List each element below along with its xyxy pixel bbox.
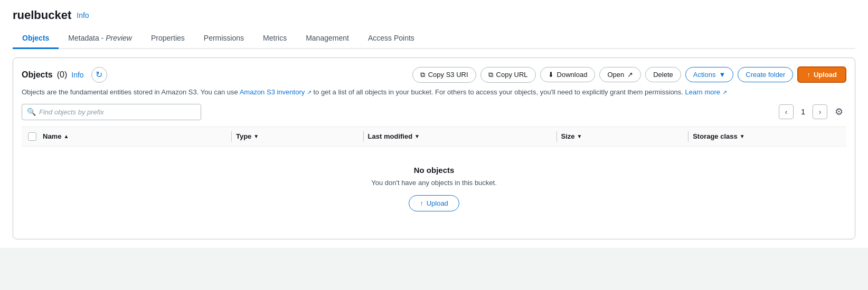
empty-upload-icon: ↑ [420, 199, 423, 207]
empty-state: No objects You don't have any objects in… [22, 147, 846, 230]
table-header: Name ▲ Type ▼ Last modified ▼ Size ▼ Sto… [22, 127, 846, 147]
download-icon: ⬇ [548, 71, 554, 79]
storage-sort-icon: ▼ [740, 133, 745, 139]
col-header-name[interactable]: Name ▲ [43, 132, 227, 140]
empty-state-description: You don't have any objects in this bucke… [371, 179, 497, 187]
tab-management[interactable]: Management [296, 28, 358, 49]
chevron-right-icon: › [819, 108, 822, 116]
action-buttons-group: ⧉ Copy S3 URI ⧉ Copy URL ⬇ Download Open… [412, 66, 846, 83]
col-header-type[interactable]: Type ▼ [236, 132, 359, 140]
copy-s3-uri-button[interactable]: ⧉ Copy S3 URI [412, 67, 476, 83]
refresh-button[interactable]: ↻ [91, 67, 107, 83]
page-number: 1 [798, 108, 808, 116]
download-button[interactable]: ⬇ Download [540, 67, 596, 82]
size-sort-icon: ▼ [577, 133, 582, 139]
search-input[interactable] [22, 104, 201, 120]
divider-2 [363, 131, 364, 142]
type-sort-icon: ▼ [253, 133, 259, 139]
upload-icon: ↑ [807, 71, 810, 79]
open-external-icon: ↗ [627, 71, 633, 79]
modified-sort-icon: ▼ [414, 133, 420, 139]
col-header-storage-class[interactable]: Storage class ▼ [693, 132, 846, 140]
objects-info-link[interactable]: Info [71, 71, 83, 79]
actions-button[interactable]: Actions ▼ [685, 67, 734, 82]
select-all-checkbox-col [22, 132, 43, 141]
learn-more-link[interactable]: Learn more ↗ [685, 88, 727, 96]
empty-state-upload-button[interactable]: ↑ Upload [409, 195, 459, 211]
chevron-left-icon: ‹ [785, 108, 788, 116]
copy-s3-uri-icon: ⧉ [420, 71, 425, 79]
divider-3 [556, 131, 557, 142]
col-header-size[interactable]: Size ▼ [561, 132, 684, 140]
tab-metadata[interactable]: Metadata - Preview [59, 28, 141, 49]
select-all-checkbox[interactable] [28, 132, 36, 141]
table-settings-button[interactable]: ⚙ [832, 105, 846, 119]
objects-panel: Objects (0) Info ↻ ⧉ Copy S3 URI ⧉ Copy … [13, 57, 855, 239]
tab-properties[interactable]: Properties [141, 28, 194, 49]
tab-objects[interactable]: Objects [13, 28, 59, 49]
tab-metrics[interactable]: Metrics [253, 28, 296, 49]
search-input-wrap: 🔍 [22, 104, 201, 120]
tabs-bar: Objects Metadata - Preview Properties Pe… [13, 28, 855, 49]
divider-4 [688, 131, 688, 142]
search-icon: 🔍 [27, 108, 36, 116]
actions-chevron-icon: ▼ [719, 71, 725, 79]
bucket-title-area: ruelbucket Info [13, 8, 855, 22]
bucket-name: ruelbucket [13, 8, 71, 22]
learn-more-external-icon: ↗ [722, 89, 727, 95]
copy-url-button[interactable]: ⧉ Copy URL [480, 67, 536, 83]
tab-permissions[interactable]: Permissions [194, 28, 253, 49]
bucket-info-link[interactable]: Info [77, 11, 89, 20]
delete-button[interactable]: Delete [645, 67, 681, 82]
objects-description: Objects are the fundamental entities sto… [22, 87, 846, 98]
copy-url-icon: ⧉ [488, 71, 493, 79]
open-button[interactable]: Open ↗ [599, 67, 641, 82]
create-folder-button[interactable]: Create folder [738, 67, 793, 82]
col-header-modified[interactable]: Last modified ▼ [368, 132, 552, 140]
divider-1 [231, 131, 232, 142]
objects-header: Objects (0) Info ↻ ⧉ Copy S3 URI ⧉ Copy … [22, 66, 846, 83]
inventory-link[interactable]: Amazon S3 inventory ↗ [240, 88, 312, 96]
next-page-button[interactable]: › [813, 104, 827, 119]
objects-panel-title: Objects [22, 70, 53, 80]
name-sort-asc-icon: ▲ [63, 133, 69, 139]
refresh-icon: ↻ [96, 70, 102, 80]
upload-button[interactable]: ↑ Upload [797, 66, 846, 83]
pagination-area: ‹ 1 › ⚙ [779, 104, 846, 119]
page-container: ruelbucket Info Objects Metadata - Previ… [0, 0, 868, 248]
tab-access-points[interactable]: Access Points [358, 28, 424, 49]
objects-count: (0) [57, 70, 68, 80]
gear-icon: ⚙ [835, 107, 843, 117]
inventory-external-icon: ↗ [307, 89, 312, 95]
search-row: 🔍 ‹ 1 › ⚙ [22, 104, 846, 120]
empty-state-title: No objects [414, 166, 455, 175]
prev-page-button[interactable]: ‹ [779, 104, 794, 119]
